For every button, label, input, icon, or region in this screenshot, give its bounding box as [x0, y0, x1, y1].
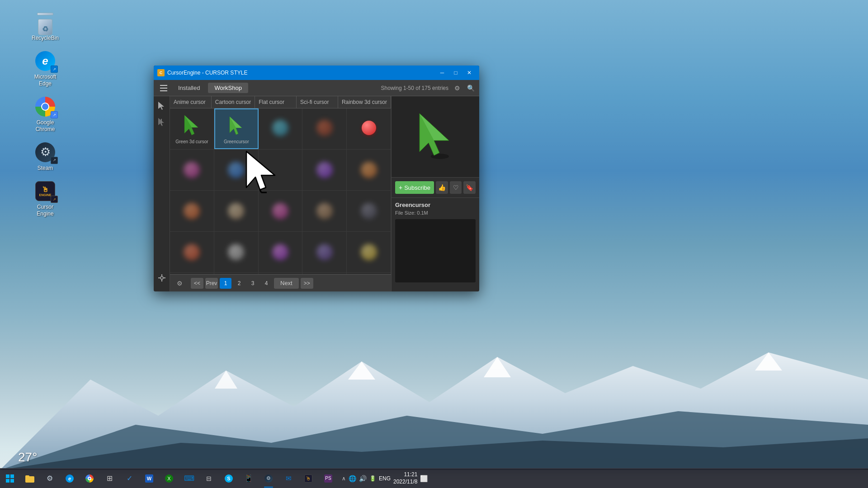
google-chrome-icon[interactable]: ↗ Google Chrome — [27, 94, 63, 135]
page-4-button[interactable]: 4 — [260, 278, 272, 289]
cell-row2-2[interactable] — [214, 150, 259, 190]
steam-taskbar-icon: ⚙ — [45, 474, 55, 483]
cursor-engine-icon[interactable]: 🖱 ENGINE ↗ Cursor Engine — [27, 178, 63, 219]
vscode-button[interactable]: ⌨ — [179, 469, 199, 488]
mail-button[interactable]: ✉ — [278, 469, 298, 488]
svg-rect-29 — [10, 474, 14, 478]
search-icon[interactable]: 🔍 — [466, 83, 476, 93]
close-button[interactable]: ✕ — [463, 68, 476, 77]
cell-row5-1[interactable] — [170, 273, 214, 274]
cell-row3-5[interactable] — [347, 191, 391, 231]
cell-scifi-1[interactable] — [302, 108, 347, 149]
chrome-taskbar-button[interactable] — [80, 469, 99, 488]
subscribe-button[interactable]: + Subscribe — [395, 181, 434, 194]
cell-row3-5-preview — [357, 199, 381, 223]
system-tray: ∧ 🌐 🔊 🔋 ENG 11:21 2022/11/8 ⬜ — [338, 471, 431, 485]
workshop-tab[interactable]: WorkShop — [208, 83, 248, 93]
installed-tab[interactable]: Installed — [172, 83, 206, 93]
sys-icons: ∧ 🌐 🔊 🔋 — [342, 475, 376, 482]
cursor-engine-tb-button[interactable]: 🖱 — [298, 469, 318, 488]
grid-row-2 — [170, 150, 391, 191]
cell-row5-5[interactable] — [347, 273, 391, 274]
mountain-background — [0, 334, 868, 470]
clock-display[interactable]: 11:21 2022/11/8 — [393, 471, 417, 485]
show-hidden-icons[interactable]: ∧ — [342, 475, 346, 482]
edge-taskbar-icon: e — [66, 474, 74, 483]
svg-rect-30 — [6, 479, 9, 483]
microsoft-edge-icon[interactable]: e ↗ Microsoft Edge — [27, 48, 63, 89]
minimize-button[interactable]: ─ — [436, 68, 448, 77]
cell-rainbow-1[interactable] — [347, 108, 391, 149]
page-3-button[interactable]: 3 — [247, 278, 259, 289]
svg-rect-13 — [158, 277, 160, 278]
chrome-image: ↗ — [34, 96, 56, 117]
cell-row3-1[interactable] — [170, 191, 214, 231]
notification-center[interactable]: ⬜ — [420, 475, 428, 482]
steam2-taskbar-icon: ⚙ — [264, 474, 273, 483]
cell-row4-1-preview — [180, 240, 203, 264]
terminal-button[interactable]: PS — [318, 469, 338, 488]
cell-row5-2[interactable] — [214, 273, 259, 274]
share-button[interactable]: 🔖 — [463, 181, 476, 194]
subscribe-area: + Subscribe 👍 ♡ 🔖 — [392, 178, 479, 198]
cell-row2-5[interactable] — [347, 150, 391, 190]
network-icon[interactable]: 🌐 — [349, 475, 356, 482]
settings-button[interactable]: ⚙ — [174, 277, 185, 289]
xbox-button[interactable]: X — [159, 469, 179, 488]
maximize-button[interactable]: □ — [449, 68, 462, 77]
bin-lid — [37, 13, 53, 15]
next-page-button[interactable]: Next — [274, 278, 299, 289]
cell-row2-3[interactable] — [259, 150, 303, 190]
favorite-button[interactable]: ♡ — [450, 181, 462, 194]
volume-icon[interactable]: 🔊 — [359, 475, 367, 482]
file-explorer-button[interactable] — [20, 469, 40, 488]
svg-marker-7 — [158, 102, 164, 110]
recycle-bin-icon[interactable]: ♻ RecycleBin — [27, 9, 63, 43]
cell-row3-2[interactable] — [214, 191, 259, 231]
cell-row4-5[interactable] — [347, 232, 391, 272]
apps2-button[interactable]: ⊟ — [199, 469, 219, 488]
svg-rect-9 — [161, 119, 162, 125]
first-page-button[interactable]: << — [191, 278, 203, 289]
cell-row2-1[interactable] — [170, 150, 214, 190]
steam-taskbar-button[interactable]: ⚙ — [40, 469, 60, 488]
steam2-taskbar-button[interactable]: ⚙ — [259, 469, 278, 488]
cursor-type-arrow[interactable] — [156, 100, 168, 113]
cell-row3-4[interactable] — [302, 191, 347, 231]
page-1-button[interactable]: 1 — [220, 278, 231, 289]
cell-greencursor[interactable]: Greencursor — [214, 108, 259, 149]
cell-row5-4[interactable] — [302, 273, 347, 274]
right-panel: + Subscribe 👍 ♡ 🔖 Greencursor File Size:… — [391, 96, 479, 291]
phone-link-button[interactable]: 📱 — [239, 469, 259, 488]
language-indicator[interactable]: ENG — [379, 475, 391, 482]
thumbsup-button[interactable]: 👍 — [436, 181, 448, 194]
cell-row3-3[interactable] — [259, 191, 303, 231]
cell-green3d[interactable]: Green 3d cursor — [170, 108, 214, 149]
start-button[interactable] — [0, 469, 20, 488]
word-button[interactable]: W — [139, 469, 159, 488]
hamburger-menu[interactable] — [157, 82, 170, 94]
cell-row4-2[interactable] — [214, 232, 259, 272]
cell-flat-1[interactable] — [259, 108, 303, 149]
sidebar-settings[interactable] — [156, 272, 168, 284]
last-page-button[interactable]: >> — [301, 278, 313, 289]
skype-button[interactable]: S — [219, 469, 239, 488]
prev-page-button[interactable]: Prev — [205, 278, 218, 289]
header-rainbow3d: Rainbow 3d cursor — [338, 96, 391, 108]
cell-row2-1-preview — [180, 158, 203, 182]
cell-row4-3[interactable] — [259, 232, 303, 272]
battery-icon[interactable]: 🔋 — [369, 475, 376, 482]
svg-rect-33 — [25, 475, 29, 478]
cell-row5-3[interactable] — [259, 273, 303, 274]
apps-menu-button[interactable]: ⊞ — [99, 469, 119, 488]
steam-icon[interactable]: ⚙ ↗ Steam — [27, 139, 63, 174]
cell-row2-4[interactable] — [302, 150, 347, 190]
cell-row4-4[interactable] — [302, 232, 347, 272]
edge-taskbar-button[interactable]: e — [60, 469, 80, 488]
cell-row4-1[interactable] — [170, 232, 214, 272]
filter-icon[interactable]: ⚙ — [452, 83, 462, 93]
cell-row4-3-preview — [269, 240, 292, 264]
cursor-type-beam[interactable] — [156, 116, 168, 129]
todo-button[interactable]: ✓ — [119, 469, 139, 488]
page-2-button[interactable]: 2 — [233, 278, 245, 289]
